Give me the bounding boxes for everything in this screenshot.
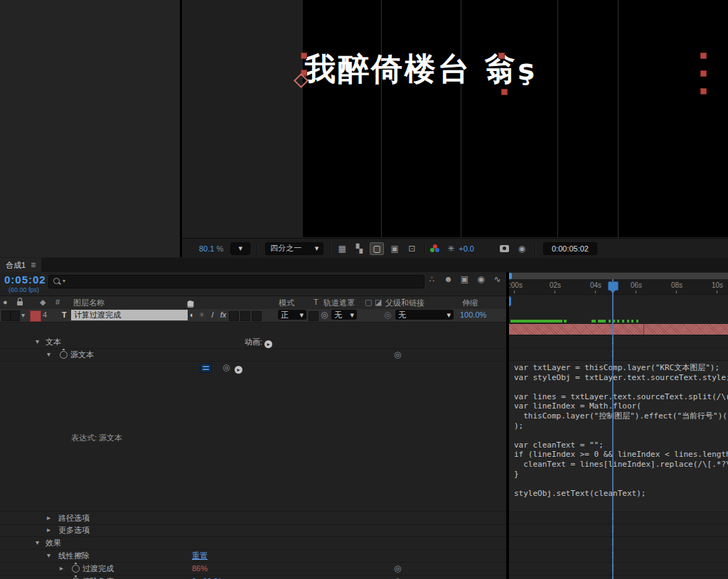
expression-enabled-icon[interactable] xyxy=(200,363,212,373)
text-group-row[interactable]: ▾ 文本 动画: ▸ xyxy=(0,335,506,349)
graph-editor-icon[interactable]: ∿ xyxy=(492,274,503,284)
motion-blur-switch[interactable] xyxy=(240,311,250,321)
layer-switches[interactable]: ◖☀/fx xyxy=(187,310,228,320)
effects-group-row[interactable]: ▾ 效果 xyxy=(0,536,506,550)
timeline-graph-area: :00s02s04s06s08s10s var txtLayer = thisC… xyxy=(509,272,728,579)
mode-column-header[interactable]: 模式 xyxy=(279,298,294,308)
ruler-tick xyxy=(555,291,555,293)
time-navigator-handle[interactable] xyxy=(509,296,511,306)
expression-pickwhip-icon[interactable]: ◎ xyxy=(223,361,230,374)
selection-handle[interactable] xyxy=(700,70,707,77)
layer-duration-bar[interactable] xyxy=(509,324,728,335)
property-pickwhip-icon[interactable]: ◎ xyxy=(394,575,401,579)
mini-flowchart-icon[interactable]: ∴ xyxy=(427,274,437,284)
selection-handle[interactable] xyxy=(700,88,707,94)
chevron-down-icon[interactable]: ▾ xyxy=(47,549,50,562)
reset-link[interactable]: 重置 xyxy=(192,549,208,562)
chevron-right-icon[interactable]: ▸ xyxy=(47,512,50,524)
preview-timecode[interactable]: 0:00:05:02 xyxy=(543,242,597,255)
side-panel xyxy=(0,0,182,257)
preserve-transparency-toggle[interactable] xyxy=(309,311,318,321)
column-header-row: ● ◆ # 图层名称 ◖☀/fx▥◎◐⊕ 模式 T 轨道遮罩 ▢ ◪ 父级和链接… xyxy=(0,296,506,310)
parent-pickwhip-icon[interactable]: ◎ xyxy=(384,310,391,320)
track-matte-dropdown[interactable]: 无▾ xyxy=(331,310,357,320)
work-area-start-handle[interactable] xyxy=(509,273,512,279)
expression-language-menu-icon[interactable]: ▸ xyxy=(235,361,242,374)
label-column-icon: ◆ xyxy=(40,298,46,307)
zoom-dropdown-button[interactable]: ▾ xyxy=(230,242,250,255)
layer-expand-chevron[interactable]: ▾ xyxy=(21,311,25,319)
frame-rate-label: (60.00 fps) xyxy=(9,286,39,293)
track-matte-column-header[interactable]: 轨道遮罩 xyxy=(323,298,355,308)
playhead-handle[interactable] xyxy=(608,281,619,291)
wipe-angle-value[interactable]: 0x-90.0° xyxy=(192,575,221,579)
transition-complete-value[interactable]: 86% xyxy=(192,562,208,575)
property-pickwhip-icon[interactable]: ◎ xyxy=(394,562,401,575)
video-column-icon: ● xyxy=(3,298,8,306)
grid-guides-options-icon[interactable]: ▦ xyxy=(336,243,348,254)
wipe-angle-label: 擦除角度 xyxy=(82,575,114,579)
show-snapshot-icon[interactable]: ◉ xyxy=(515,243,528,254)
animate-label[interactable]: 动画: ▸ xyxy=(245,335,272,348)
adjustment-switch[interactable] xyxy=(252,311,262,321)
stretch-value[interactable]: 100.0% xyxy=(460,310,486,319)
comp-grid-line xyxy=(461,0,461,237)
transition-complete-row[interactable]: ▸ 过渡完成 86% ◎ xyxy=(0,562,506,575)
stopwatch-icon[interactable] xyxy=(60,351,68,359)
shy-master-icon[interactable]: ☻ xyxy=(443,274,454,284)
panel-menu-icon[interactable]: ≡ xyxy=(31,260,36,270)
layer-name-column-header[interactable]: 图层名称 xyxy=(73,298,105,308)
matte-pickwhip-icon[interactable]: ◎ xyxy=(321,310,328,320)
reset-exposure-icon[interactable]: ✳ xyxy=(444,243,457,254)
time-ruler[interactable]: :00s02s04s06s08s10s xyxy=(509,279,728,295)
chevron-right-icon[interactable]: ▸ xyxy=(47,524,50,536)
lock-column-icon xyxy=(17,301,23,305)
frame-blend-switch[interactable] xyxy=(229,311,239,321)
snapshot-camera-icon[interactable] xyxy=(498,243,511,254)
transparency-grid-icon[interactable]: ▚ xyxy=(353,243,365,254)
source-text-row[interactable]: ▾ 源文本 ◎ xyxy=(0,348,506,362)
layer-row[interactable]: ▾ 4 T 计算过渡完成 ◖☀/fx 正▾ ◎ 无▾ ◎ 无▾ 100.0% xyxy=(0,309,506,323)
linear-wipe-row[interactable]: ▾ 线性擦除 重置 xyxy=(0,549,506,563)
selection-handle[interactable] xyxy=(501,89,508,95)
composition-canvas[interactable]: 我醉倚楼台 翁ş xyxy=(303,0,728,237)
zoom-level[interactable]: 80.1 % xyxy=(199,244,223,253)
blend-mode-dropdown[interactable]: 正▾ xyxy=(278,310,306,320)
property-pickwhip-icon[interactable]: ◎ xyxy=(394,348,401,361)
video-toggle[interactable] xyxy=(1,310,11,321)
audio-toggle[interactable] xyxy=(11,310,20,321)
crop-region-icon[interactable]: ⊡ xyxy=(405,243,418,254)
expression-editor[interactable]: var txtLayer = thisComp.layer("KRC文本图层")… xyxy=(509,360,728,512)
path-options-row[interactable]: ▸ 路径选项 xyxy=(0,511,506,525)
stretch-column-header[interactable]: 伸缩 xyxy=(462,298,478,308)
chevron-down-icon[interactable]: ▾ xyxy=(36,536,39,549)
exposure-value[interactable]: +0.0 xyxy=(459,244,474,253)
more-options-row[interactable]: ▸ 更多选项 xyxy=(0,524,506,537)
tab-composition-1[interactable]: 合成1 ≡ xyxy=(0,258,41,272)
region-of-interest-icon[interactable]: ▣ xyxy=(388,243,401,254)
chevron-down-icon[interactable]: ▾ xyxy=(36,335,39,348)
stopwatch-icon[interactable] xyxy=(72,565,80,573)
parent-link-column-header[interactable]: 父级和链接 xyxy=(385,298,424,308)
motion-blur-master-icon[interactable]: ◉ xyxy=(476,274,486,284)
parent-dropdown[interactable]: 无▾ xyxy=(395,310,454,320)
frame-blend-master-icon[interactable]: ▣ xyxy=(459,274,470,284)
selection-handle[interactable] xyxy=(301,53,307,59)
wipe-angle-row[interactable]: 擦除角度 0x-90.0° ◎ xyxy=(0,575,506,579)
more-options-label: 更多选项 xyxy=(58,524,90,536)
layer-name-edit-field[interactable]: 计算过渡完成 xyxy=(71,310,188,320)
row-separator xyxy=(509,335,728,335)
show-channels-icon[interactable] xyxy=(430,244,440,253)
row-separator xyxy=(509,549,728,550)
mask-path-visibility-icon[interactable]: ▢ xyxy=(370,242,384,255)
ruler-label: 04s xyxy=(590,281,601,289)
selection-handle[interactable] xyxy=(700,53,707,59)
timeline-search-input[interactable]: ▾ xyxy=(48,275,424,288)
current-time-indicator-line[interactable] xyxy=(612,279,614,579)
chevron-down-icon[interactable]: ▾ xyxy=(47,348,50,361)
current-time-display[interactable]: 0:05:02 xyxy=(4,274,46,286)
chevron-right-icon[interactable]: ▸ xyxy=(60,562,63,575)
resolution-dropdown[interactable]: 四分之一▾ xyxy=(265,242,323,255)
layer-label-color[interactable] xyxy=(30,310,41,322)
selection-handle[interactable] xyxy=(498,53,505,59)
